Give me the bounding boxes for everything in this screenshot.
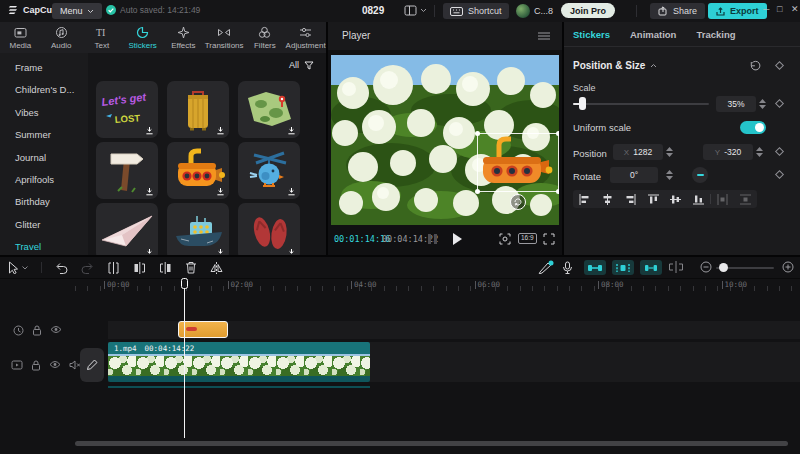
category-travel[interactable]: Travel bbox=[0, 236, 88, 255]
category-summer[interactable]: Summer bbox=[0, 124, 88, 146]
align-bottom-button[interactable] bbox=[687, 194, 710, 205]
mirror-button[interactable] bbox=[210, 262, 223, 274]
scale-slider[interactable] bbox=[573, 103, 709, 105]
scale-value-field[interactable]: 35% bbox=[716, 96, 756, 112]
export-button[interactable]: Export bbox=[708, 3, 767, 19]
timeline-ruler[interactable]: 00:00 02:00 04:00 06:00 08:00 10:00 bbox=[0, 278, 800, 295]
window-maximize-button[interactable]: □ bbox=[777, 4, 782, 14]
eye-icon[interactable] bbox=[50, 325, 62, 334]
lets-get-lost-text-sticker[interactable]: Let's get LOST bbox=[96, 81, 158, 138]
undo-button[interactable] bbox=[55, 262, 68, 274]
account-label[interactable]: C...8 bbox=[534, 6, 553, 16]
reset-icon[interactable] bbox=[750, 60, 761, 71]
avatar[interactable] bbox=[516, 4, 530, 18]
clock-icon[interactable] bbox=[13, 325, 24, 336]
eye-icon[interactable] bbox=[49, 360, 61, 369]
all-filter-button[interactable]: All bbox=[289, 60, 314, 70]
category-frame[interactable]: Frame bbox=[0, 57, 88, 79]
align-middle-vertical-button[interactable] bbox=[665, 194, 688, 205]
category-aprilfools[interactable]: Aprilfools bbox=[0, 169, 88, 191]
tab-audio[interactable]: Audio bbox=[41, 22, 82, 53]
resize-handle-top-left[interactable] bbox=[475, 131, 480, 136]
position-x-field[interactable]: X 1282 bbox=[613, 144, 663, 160]
play-button[interactable] bbox=[452, 233, 462, 245]
tab-stickers[interactable]: Stickers bbox=[122, 22, 163, 53]
timeline-zoom-in-button[interactable] bbox=[782, 261, 794, 273]
suitcase-sticker[interactable] bbox=[167, 81, 229, 138]
category-glitter[interactable]: Glitter bbox=[0, 214, 88, 236]
menu-button[interactable]: Menu bbox=[52, 3, 102, 19]
shortcut-button[interactable]: Shortcut bbox=[443, 3, 509, 19]
share-button[interactable]: Share bbox=[650, 3, 705, 19]
fullscreen-button[interactable] bbox=[543, 233, 555, 245]
distribute-vertical-button[interactable] bbox=[734, 194, 757, 205]
video-track-icon[interactable] bbox=[11, 360, 23, 370]
resize-handle-bottom-right[interactable] bbox=[556, 189, 559, 194]
sticker-selection-box[interactable] bbox=[477, 133, 559, 192]
tab-inspector-tracking[interactable]: Tracking bbox=[696, 29, 735, 40]
category-childrens-day[interactable]: Children's D... bbox=[0, 79, 88, 101]
tab-effects[interactable]: Effects bbox=[163, 22, 204, 53]
join-pro-button[interactable]: Join Pro bbox=[561, 3, 615, 18]
magnetic-snap-toggle[interactable] bbox=[584, 260, 606, 275]
flip-flops-sticker[interactable] bbox=[238, 203, 300, 255]
align-top-button[interactable] bbox=[642, 194, 665, 205]
position-keyframe-icon[interactable] bbox=[774, 146, 785, 157]
tab-inspector-stickers[interactable]: Stickers bbox=[573, 29, 610, 40]
rotate-keyframe-icon[interactable] bbox=[774, 169, 785, 180]
category-journal[interactable]: Journal bbox=[0, 147, 88, 169]
delete-right-button[interactable] bbox=[159, 262, 172, 274]
auto-link-toggle[interactable] bbox=[612, 260, 634, 275]
tab-text[interactable]: TI Text bbox=[82, 22, 123, 53]
rotate-dial[interactable] bbox=[692, 167, 708, 183]
delete-left-button[interactable] bbox=[133, 262, 146, 274]
keyframe-pen-button[interactable] bbox=[538, 260, 554, 274]
redo-button[interactable] bbox=[81, 262, 94, 274]
window-close-button[interactable]: ✕ bbox=[791, 4, 799, 14]
align-center-horizontal-button[interactable] bbox=[596, 194, 619, 205]
sticker-clip[interactable] bbox=[178, 321, 228, 338]
lock-icon[interactable] bbox=[32, 325, 42, 336]
position-y-field[interactable]: Y -320 bbox=[703, 144, 753, 160]
position-x-stepper[interactable] bbox=[665, 144, 674, 160]
timeline-zoom-out-button[interactable] bbox=[700, 261, 712, 273]
rotate-stepper[interactable] bbox=[665, 167, 674, 183]
scale-stepper[interactable] bbox=[758, 96, 767, 112]
video-preview[interactable] bbox=[331, 55, 559, 225]
tab-inspector-animation[interactable]: Animation bbox=[630, 29, 676, 40]
steamship-sticker[interactable] bbox=[167, 203, 229, 255]
playhead-handle[interactable] bbox=[181, 278, 188, 289]
section-position-size[interactable]: Position & Size bbox=[573, 60, 657, 71]
bird-helicopter-sticker[interactable] bbox=[238, 142, 300, 199]
record-voiceover-button[interactable] bbox=[562, 261, 573, 274]
signpost-sticker[interactable] bbox=[96, 142, 158, 199]
category-vibes[interactable]: Vibes bbox=[0, 102, 88, 124]
category-birthday[interactable]: Birthday bbox=[0, 191, 88, 213]
travel-map-sticker[interactable] bbox=[238, 81, 300, 138]
paper-plane-sticker[interactable] bbox=[96, 203, 158, 255]
split-button[interactable] bbox=[107, 262, 120, 274]
video-clip[interactable]: 1.mp4 00:04:14:22 bbox=[108, 342, 370, 382]
submarine-sticker[interactable] bbox=[167, 142, 229, 199]
resize-handle-bottom-left[interactable] bbox=[475, 189, 480, 194]
window-minimize-button[interactable]: ─ bbox=[763, 4, 769, 14]
edit-cover-button[interactable] bbox=[80, 348, 104, 382]
tab-filters[interactable]: Filters bbox=[245, 22, 286, 53]
keyframe-diamond-icon[interactable] bbox=[774, 60, 785, 71]
rotate-handle[interactable] bbox=[510, 194, 526, 210]
scale-keyframe-icon[interactable] bbox=[774, 98, 785, 109]
pause-button[interactable] bbox=[428, 234, 437, 244]
align-right-button[interactable] bbox=[619, 194, 642, 205]
align-left-button[interactable] bbox=[573, 194, 596, 205]
fit-frame-button[interactable] bbox=[499, 233, 511, 245]
split-track-view-button[interactable] bbox=[668, 261, 684, 273]
lock-icon[interactable] bbox=[31, 360, 41, 371]
player-menu-icon[interactable] bbox=[538, 32, 550, 40]
delete-button[interactable] bbox=[185, 261, 197, 274]
tab-adjustment[interactable]: Adjustment bbox=[285, 22, 326, 53]
uniform-scale-toggle[interactable] bbox=[740, 121, 766, 134]
resize-handle-top-right[interactable] bbox=[556, 131, 559, 136]
aspect-ratio-button[interactable]: 16:9 bbox=[518, 233, 537, 244]
distribute-horizontal-button[interactable] bbox=[711, 194, 734, 205]
timeline-zoom-handle[interactable] bbox=[719, 263, 728, 272]
